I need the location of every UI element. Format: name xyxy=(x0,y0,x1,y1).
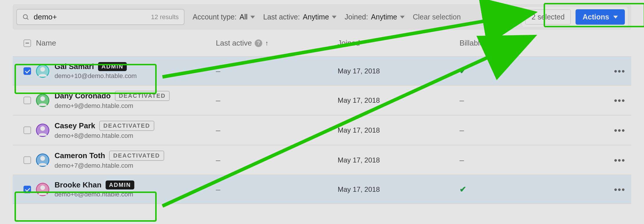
row-checkbox[interactable] xyxy=(23,67,31,75)
actions-button-label: Actions xyxy=(583,13,609,21)
filter-value: All xyxy=(239,13,247,21)
row-more-button[interactable]: ••• xyxy=(614,66,625,76)
table-body: Gal Samari ADMIN demo+10@demo.htable.com… xyxy=(13,57,631,204)
filter-value: Anytime xyxy=(303,13,329,21)
row-checkbox[interactable] xyxy=(23,127,31,134)
row-more-button[interactable]: ••• xyxy=(614,156,625,165)
billable-value: – xyxy=(460,96,464,105)
filter-label: Account type: xyxy=(193,13,236,21)
joined-value: May 17, 2018 xyxy=(338,185,380,193)
user-name: Casey Park xyxy=(55,121,95,130)
check-icon: ✔ xyxy=(460,66,466,76)
filter-account-type[interactable]: Account type: All xyxy=(193,13,255,21)
column-header-label: Billable? xyxy=(460,39,488,48)
avatar xyxy=(36,64,49,78)
table-row[interactable]: Brooke Khan ADMIN demo+6@demo.htable.com… xyxy=(13,175,631,204)
joined-value: May 17, 2018 xyxy=(338,96,380,104)
svg-line-1 xyxy=(27,18,28,19)
user-name: Cameron Toth xyxy=(55,151,105,160)
help-icon[interactable]: ? xyxy=(255,39,262,47)
search-results-count: 12 results xyxy=(151,13,179,21)
column-header-last-active[interactable]: Last active ? ↑ xyxy=(216,39,338,48)
billable-value: – xyxy=(460,156,464,165)
last-active-value: – xyxy=(216,126,220,135)
chevron-down-icon xyxy=(613,16,618,19)
chevron-down-icon xyxy=(400,16,405,19)
column-header-billable[interactable]: Billable? ? xyxy=(460,39,602,48)
user-email: demo+9@demo.htable.com xyxy=(55,102,170,110)
filter-label: Joined: xyxy=(345,13,368,21)
avatar xyxy=(36,124,49,137)
deactivated-badge: DEACTIVATED xyxy=(99,121,154,131)
column-header-label: Last active xyxy=(216,39,252,48)
user-email: demo+8@demo.htable.com xyxy=(55,132,154,140)
joined-value: May 17, 2018 xyxy=(338,156,380,164)
user-email: demo+10@demo.htable.com xyxy=(55,72,137,80)
joined-value: May 17, 2018 xyxy=(338,126,380,134)
actions-button[interactable]: Actions xyxy=(576,9,625,25)
table-row[interactable]: Cameron Toth DEACTIVATED demo+7@demo.hta… xyxy=(13,145,631,175)
svg-point-11 xyxy=(40,185,45,190)
admin-badge: ADMIN xyxy=(98,62,127,71)
last-active-value: – xyxy=(216,156,220,165)
user-email: demo+7@demo.htable.com xyxy=(55,162,164,169)
row-more-button[interactable]: ••• xyxy=(614,126,625,135)
row-checkbox[interactable] xyxy=(23,156,31,164)
search-icon xyxy=(22,13,30,21)
last-active-value: – xyxy=(216,66,220,76)
avatar xyxy=(36,94,49,107)
filter-value: Anytime xyxy=(371,13,397,21)
user-name: Gal Samari xyxy=(55,62,94,71)
row-more-button[interactable]: ••• xyxy=(614,185,625,194)
help-icon[interactable]: ? xyxy=(491,39,498,47)
user-name: Dany Coronado xyxy=(55,91,111,100)
filter-joined[interactable]: Joined: Anytime xyxy=(345,13,405,21)
check-icon: ✔ xyxy=(460,185,466,194)
row-more-button[interactable]: ••• xyxy=(614,96,625,105)
table-row[interactable]: Gal Samari ADMIN demo+10@demo.htable.com… xyxy=(13,57,631,86)
row-checkbox[interactable] xyxy=(23,186,31,193)
selected-count: 2 selected xyxy=(525,9,571,25)
filter-last-active[interactable]: Last active: Anytime xyxy=(263,13,337,21)
selection-actions: 2 selected Actions xyxy=(522,7,628,27)
table-header: Name Last active ? ↑ Joined Billable? ? xyxy=(13,30,631,57)
search-box[interactable]: 12 results xyxy=(16,9,184,25)
svg-point-3 xyxy=(40,67,45,72)
row-checkbox[interactable] xyxy=(23,97,31,104)
clear-selection-button[interactable]: Clear selection xyxy=(413,13,461,21)
column-header-name[interactable]: Name xyxy=(36,39,216,48)
chevron-down-icon xyxy=(332,16,337,19)
svg-point-7 xyxy=(40,126,45,131)
last-active-value: – xyxy=(216,185,220,194)
deactivated-badge: DEACTIVATED xyxy=(115,91,170,101)
billable-value: – xyxy=(460,126,464,135)
avatar xyxy=(36,183,49,196)
svg-point-0 xyxy=(23,15,27,19)
filter-label: Last active: xyxy=(263,13,300,21)
joined-value: May 17, 2018 xyxy=(338,67,380,75)
chevron-down-icon xyxy=(250,16,255,19)
select-all-checkbox[interactable] xyxy=(23,39,31,47)
last-active-value: – xyxy=(216,96,220,105)
toolbar: 12 results Account type: All Last active… xyxy=(13,4,631,30)
avatar xyxy=(36,153,49,167)
sort-ascending-icon: ↑ xyxy=(265,39,268,47)
svg-point-5 xyxy=(40,96,45,101)
column-header-joined[interactable]: Joined xyxy=(338,39,460,48)
deactivated-badge: DEACTIVATED xyxy=(109,151,164,161)
user-name: Brooke Khan xyxy=(55,180,102,189)
user-email: demo+6@demo.htable.com xyxy=(55,191,134,198)
table-row[interactable]: Casey Park DEACTIVATED demo+8@demo.htabl… xyxy=(13,115,631,145)
svg-point-9 xyxy=(40,156,45,161)
table-row[interactable]: Dany Coronado DEACTIVATED demo+9@demo.ht… xyxy=(13,86,631,115)
search-input[interactable] xyxy=(34,12,151,21)
admin-badge: ADMIN xyxy=(106,180,135,189)
